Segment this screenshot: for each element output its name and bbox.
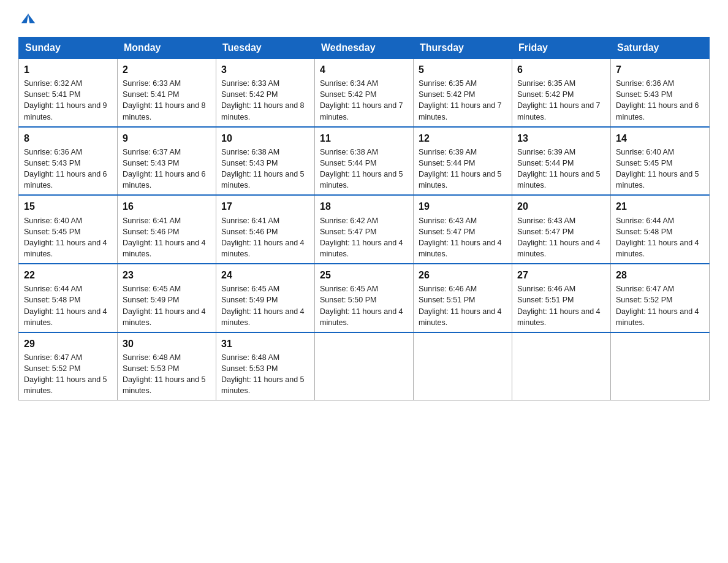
day-number: 19 (419, 199, 507, 213)
day-info: Sunrise: 6:36 AMSunset: 5:43 PMDaylight:… (616, 78, 704, 123)
day-number: 10 (221, 131, 309, 145)
day-number: 29 (24, 337, 112, 351)
calendar-cell: 25Sunrise: 6:45 AMSunset: 5:50 PMDayligh… (315, 264, 414, 332)
calendar-cell: 17Sunrise: 6:41 AMSunset: 5:46 PMDayligh… (216, 195, 315, 264)
calendar-table: SundayMondayTuesdayWednesdayThursdayFrid… (18, 37, 710, 400)
day-number: 8 (24, 131, 112, 145)
calendar-cell: 2Sunrise: 6:33 AMSunset: 5:41 PMDaylight… (118, 59, 216, 127)
calendar-week-row: 29Sunrise: 6:47 AMSunset: 5:52 PMDayligh… (19, 332, 710, 400)
calendar-header-wednesday: Wednesday (315, 37, 414, 59)
day-number: 28 (616, 268, 704, 282)
day-number: 1 (24, 63, 112, 77)
calendar-header-row: SundayMondayTuesdayWednesdayThursdayFrid… (19, 37, 710, 59)
day-number: 11 (320, 131, 408, 145)
day-number: 7 (616, 63, 704, 77)
calendar-header-saturday: Saturday (611, 37, 710, 59)
day-number: 3 (221, 63, 309, 77)
calendar-cell: 31Sunrise: 6:48 AMSunset: 5:53 PMDayligh… (216, 332, 315, 400)
day-info: Sunrise: 6:37 AMSunset: 5:43 PMDaylight:… (123, 147, 211, 191)
day-info: Sunrise: 6:35 AMSunset: 5:42 PMDaylight:… (419, 78, 507, 123)
calendar-cell: 29Sunrise: 6:47 AMSunset: 5:52 PMDayligh… (19, 332, 118, 400)
calendar-cell: 3Sunrise: 6:33 AMSunset: 5:42 PMDaylight… (216, 59, 315, 127)
day-number: 17 (221, 199, 309, 213)
day-info: Sunrise: 6:45 AMSunset: 5:49 PMDaylight:… (221, 283, 309, 328)
calendar-week-row: 8Sunrise: 6:36 AMSunset: 5:43 PMDaylight… (19, 127, 710, 196)
day-info: Sunrise: 6:48 AMSunset: 5:53 PMDaylight:… (123, 352, 211, 397)
day-info: Sunrise: 6:42 AMSunset: 5:47 PMDaylight:… (320, 215, 408, 260)
day-info: Sunrise: 6:36 AMSunset: 5:43 PMDaylight:… (24, 147, 112, 191)
page-header (18, 12, 710, 26)
calendar-cell: 11Sunrise: 6:38 AMSunset: 5:44 PMDayligh… (315, 127, 414, 196)
day-number: 16 (123, 199, 211, 213)
calendar-cell: 26Sunrise: 6:46 AMSunset: 5:51 PMDayligh… (414, 264, 512, 332)
day-number: 18 (320, 199, 408, 213)
day-info: Sunrise: 6:40 AMSunset: 5:45 PMDaylight:… (616, 147, 704, 191)
day-number: 9 (123, 131, 211, 145)
day-number: 26 (419, 268, 507, 282)
day-number: 5 (419, 63, 507, 77)
day-info: Sunrise: 6:47 AMSunset: 5:52 PMDaylight:… (616, 283, 704, 328)
day-number: 31 (221, 337, 309, 351)
calendar-header-thursday: Thursday (414, 37, 512, 59)
calendar-cell: 21Sunrise: 6:44 AMSunset: 5:48 PMDayligh… (611, 195, 710, 264)
day-info: Sunrise: 6:41 AMSunset: 5:46 PMDaylight:… (221, 215, 309, 260)
logo (18, 12, 34, 26)
day-info: Sunrise: 6:40 AMSunset: 5:45 PMDaylight:… (24, 215, 112, 260)
calendar-cell (414, 332, 512, 400)
day-number: 30 (123, 337, 211, 351)
day-info: Sunrise: 6:39 AMSunset: 5:44 PMDaylight:… (517, 147, 605, 191)
day-info: Sunrise: 6:38 AMSunset: 5:44 PMDaylight:… (320, 147, 408, 191)
calendar-cell: 10Sunrise: 6:38 AMSunset: 5:43 PMDayligh… (216, 127, 315, 196)
day-number: 14 (616, 131, 704, 145)
calendar-cell: 22Sunrise: 6:44 AMSunset: 5:48 PMDayligh… (19, 264, 118, 332)
day-number: 6 (517, 63, 605, 77)
calendar-cell: 8Sunrise: 6:36 AMSunset: 5:43 PMDaylight… (19, 127, 118, 196)
day-info: Sunrise: 6:46 AMSunset: 5:51 PMDaylight:… (419, 283, 507, 328)
calendar-week-row: 1Sunrise: 6:32 AMSunset: 5:41 PMDaylight… (19, 59, 710, 127)
calendar-week-row: 22Sunrise: 6:44 AMSunset: 5:48 PMDayligh… (19, 264, 710, 332)
day-info: Sunrise: 6:45 AMSunset: 5:49 PMDaylight:… (123, 283, 211, 328)
calendar-cell: 12Sunrise: 6:39 AMSunset: 5:44 PMDayligh… (414, 127, 512, 196)
calendar-cell: 14Sunrise: 6:40 AMSunset: 5:45 PMDayligh… (611, 127, 710, 196)
calendar-cell: 23Sunrise: 6:45 AMSunset: 5:49 PMDayligh… (118, 264, 216, 332)
calendar-cell: 1Sunrise: 6:32 AMSunset: 5:41 PMDaylight… (19, 59, 118, 127)
calendar-cell: 16Sunrise: 6:41 AMSunset: 5:46 PMDayligh… (118, 195, 216, 264)
calendar-header-monday: Monday (118, 37, 216, 59)
day-info: Sunrise: 6:47 AMSunset: 5:52 PMDaylight:… (24, 352, 112, 397)
calendar-cell: 24Sunrise: 6:45 AMSunset: 5:49 PMDayligh… (216, 264, 315, 332)
day-number: 23 (123, 268, 211, 282)
calendar-week-row: 15Sunrise: 6:40 AMSunset: 5:45 PMDayligh… (19, 195, 710, 264)
day-info: Sunrise: 6:38 AMSunset: 5:43 PMDaylight:… (221, 147, 309, 191)
calendar-cell (611, 332, 710, 400)
calendar-header-friday: Friday (512, 37, 611, 59)
calendar-cell: 9Sunrise: 6:37 AMSunset: 5:43 PMDaylight… (118, 127, 216, 196)
calendar-header-sunday: Sunday (19, 37, 118, 59)
calendar-cell: 18Sunrise: 6:42 AMSunset: 5:47 PMDayligh… (315, 195, 414, 264)
day-number: 24 (221, 268, 309, 282)
day-info: Sunrise: 6:45 AMSunset: 5:50 PMDaylight:… (320, 283, 408, 328)
day-info: Sunrise: 6:43 AMSunset: 5:47 PMDaylight:… (517, 215, 605, 260)
day-info: Sunrise: 6:39 AMSunset: 5:44 PMDaylight:… (419, 147, 507, 191)
calendar-header-tuesday: Tuesday (216, 37, 315, 59)
day-number: 22 (24, 268, 112, 282)
day-number: 2 (123, 63, 211, 77)
day-number: 27 (517, 268, 605, 282)
calendar-cell: 4Sunrise: 6:34 AMSunset: 5:42 PMDaylight… (315, 59, 414, 127)
day-number: 25 (320, 268, 408, 282)
day-number: 4 (320, 63, 408, 77)
calendar-cell: 7Sunrise: 6:36 AMSunset: 5:43 PMDaylight… (611, 59, 710, 127)
calendar-cell: 15Sunrise: 6:40 AMSunset: 5:45 PMDayligh… (19, 195, 118, 264)
calendar-cell: 20Sunrise: 6:43 AMSunset: 5:47 PMDayligh… (512, 195, 611, 264)
calendar-cell (315, 332, 414, 400)
calendar-cell: 27Sunrise: 6:46 AMSunset: 5:51 PMDayligh… (512, 264, 611, 332)
day-info: Sunrise: 6:35 AMSunset: 5:42 PMDaylight:… (517, 78, 605, 123)
calendar-cell: 6Sunrise: 6:35 AMSunset: 5:42 PMDaylight… (512, 59, 611, 127)
day-info: Sunrise: 6:33 AMSunset: 5:42 PMDaylight:… (221, 78, 309, 123)
calendar-cell: 30Sunrise: 6:48 AMSunset: 5:53 PMDayligh… (118, 332, 216, 400)
calendar-cell: 28Sunrise: 6:47 AMSunset: 5:52 PMDayligh… (611, 264, 710, 332)
day-number: 20 (517, 199, 605, 213)
day-info: Sunrise: 6:46 AMSunset: 5:51 PMDaylight:… (517, 283, 605, 328)
day-info: Sunrise: 6:33 AMSunset: 5:41 PMDaylight:… (123, 78, 211, 123)
day-info: Sunrise: 6:44 AMSunset: 5:48 PMDaylight:… (616, 215, 704, 260)
day-number: 15 (24, 199, 112, 213)
